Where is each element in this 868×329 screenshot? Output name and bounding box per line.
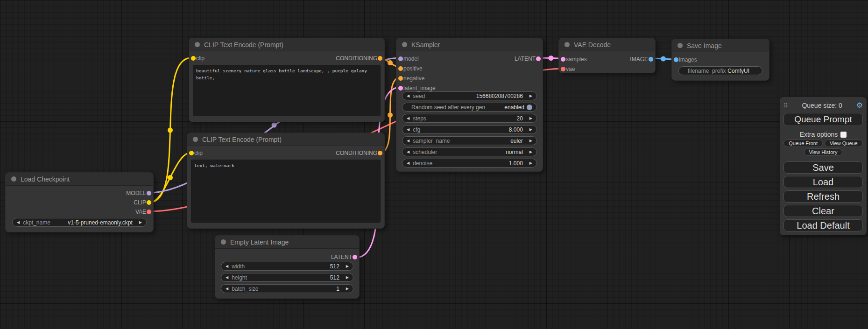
queue-front-button[interactable]: Queue Front [783, 140, 823, 147]
denoise-widget[interactable]: ◀ denoise 1.000 ▶ [402, 159, 537, 168]
load-button[interactable]: Load [783, 176, 863, 188]
decrement-arrow-icon[interactable]: ◀ [407, 139, 409, 143]
node-clip-text-encode-positive[interactable]: CLIP Text Encode (Prompt) clip CONDITION… [189, 38, 385, 122]
node-title-bar[interactable]: Save Image [672, 39, 769, 52]
increment-arrow-icon[interactable]: ▶ [139, 221, 142, 224]
image-input-slot-icon[interactable] [674, 57, 678, 62]
input-label: positive [403, 65, 423, 72]
clear-button[interactable]: Clear [783, 205, 863, 217]
decrement-arrow-icon[interactable]: ◀ [407, 117, 409, 120]
input-label: clip [194, 150, 203, 156]
latent-output-slot-icon[interactable] [536, 56, 541, 61]
node-title-bar[interactable]: VAE Decode [559, 38, 655, 51]
widget-value: enabled [504, 104, 524, 111]
vae-output-slot-icon[interactable] [147, 210, 151, 214]
decrement-arrow-icon[interactable]: ◀ [407, 128, 409, 132]
load-default-button[interactable]: Load Default [783, 219, 863, 231]
decrement-arrow-icon[interactable]: ◀ [407, 161, 409, 165]
widget-label: denoise [413, 160, 432, 167]
latent-input-slot-icon[interactable] [561, 57, 565, 62]
node-title: Load Checkpoint [21, 175, 70, 183]
model-output-slot-icon[interactable] [147, 191, 151, 196]
node-empty-latent-image[interactable]: Empty Latent Image LATENT ◀ width 512 ▶ … [215, 235, 360, 299]
clip-output-slot-icon[interactable] [147, 200, 151, 205]
seed-widget[interactable]: ◀ seed 156680208700286 ▶ [402, 91, 537, 100]
node-clip-text-encode-negative[interactable]: CLIP Text Encode (Prompt) clip CONDITION… [187, 133, 385, 229]
node-load-checkpoint[interactable]: Load Checkpoint MODEL CLIP VAE ◀ ckpt_na… [5, 172, 154, 232]
settings-gear-icon[interactable]: ⚙ [856, 102, 863, 109]
collapse-dot-icon[interactable] [195, 42, 200, 47]
conditioning-output-slot-icon[interactable] [378, 151, 382, 155]
widget-value: 512 [330, 263, 339, 270]
scheduler-widget[interactable]: ◀ scheduler normal ▶ [402, 147, 537, 156]
collapse-dot-icon[interactable] [193, 137, 198, 142]
save-button[interactable]: Save [783, 161, 863, 174]
node-save-image[interactable]: Save Image images filename_prefix ComfyU… [671, 39, 769, 81]
increment-arrow-icon[interactable]: ▶ [346, 276, 349, 280]
conditioning-output-slot-icon[interactable] [378, 56, 382, 61]
queue-prompt-button[interactable]: Queue Prompt [783, 113, 863, 126]
decrement-arrow-icon[interactable]: ◀ [226, 265, 228, 268]
ckpt-name-widget[interactable]: ◀ ckpt_name v1-5-pruned-emaonly.ckpt ▶ [12, 218, 147, 227]
node-title-bar[interactable]: Load Checkpoint [6, 173, 153, 186]
toggle-dot-icon[interactable] [527, 105, 532, 110]
node-vae-decode[interactable]: VAE Decode samples IMAGE vae [558, 38, 656, 73]
link-dot-icon [388, 60, 393, 65]
increment-arrow-icon[interactable]: ▶ [529, 139, 532, 143]
node-graph-canvas[interactable]: Load Checkpoint MODEL CLIP VAE ◀ ckpt_na… [0, 0, 868, 329]
vae-input-slot-icon[interactable] [561, 67, 565, 71]
random-seed-toggle[interactable]: Random seed after every gen enabled [402, 103, 537, 112]
decrement-arrow-icon[interactable]: ◀ [407, 150, 409, 154]
increment-arrow-icon[interactable]: ▶ [346, 287, 349, 291]
conditioning-input-slot-icon[interactable] [398, 66, 403, 71]
input-row-model: model LATENT [396, 54, 543, 63]
prompt-textarea[interactable]: text, watermark [191, 160, 381, 223]
filename-prefix-widget[interactable]: filename_prefix ComfyUI [678, 66, 762, 75]
width-widget[interactable]: ◀ width 512 ▶ [221, 262, 353, 271]
node-title-bar[interactable]: CLIP Text Encode (Prompt) [187, 133, 384, 146]
node-title-bar[interactable]: CLIP Text Encode (Prompt) [189, 38, 384, 51]
link-dot-icon [272, 123, 277, 128]
collapse-dot-icon[interactable] [565, 42, 570, 47]
increment-arrow-icon[interactable]: ▶ [529, 150, 532, 154]
steps-widget[interactable]: ◀ steps 20 ▶ [402, 114, 537, 123]
increment-arrow-icon[interactable]: ▶ [529, 117, 532, 120]
collapse-dot-icon[interactable] [402, 42, 407, 47]
decrement-arrow-icon[interactable]: ◀ [226, 276, 228, 280]
slot-row: clip CONDITIONING [187, 148, 384, 158]
increment-arrow-icon[interactable]: ▶ [346, 265, 349, 268]
collapse-dot-icon[interactable] [11, 176, 16, 182]
input-row-positive: positive [396, 63, 543, 73]
output-label: CLIP [134, 199, 146, 206]
prompt-textarea[interactable]: beautiful scenery nature glass bottle la… [193, 65, 381, 116]
height-widget[interactable]: ◀ height 512 ▶ [221, 273, 353, 282]
cfg-widget[interactable]: ◀ cfg 8.000 ▶ [402, 125, 537, 134]
decrement-arrow-icon[interactable]: ◀ [17, 221, 20, 224]
batch-size-widget[interactable]: ◀ batch_size 1 ▶ [221, 284, 353, 293]
collapse-dot-icon[interactable] [677, 43, 683, 48]
node-title-bar[interactable]: KSampler [396, 38, 543, 51]
clip-input-slot-icon[interactable] [189, 151, 194, 155]
view-history-button[interactable]: View History [804, 148, 843, 156]
decrement-arrow-icon[interactable]: ◀ [407, 94, 409, 98]
clip-input-slot-icon[interactable] [191, 56, 196, 61]
extra-options-checkbox[interactable] [840, 132, 847, 138]
output-row-clip: CLIP [6, 198, 153, 207]
image-output-slot-icon[interactable] [649, 57, 653, 62]
decrement-arrow-icon[interactable]: ◀ [226, 287, 228, 291]
view-queue-button[interactable]: View Queue [825, 140, 863, 147]
increment-arrow-icon[interactable]: ▶ [529, 161, 532, 165]
conditioning-input-slot-icon[interactable] [398, 76, 403, 81]
increment-arrow-icon[interactable]: ▶ [529, 128, 532, 132]
latent-output-slot-icon[interactable] [353, 255, 357, 259]
sampler-name-widget[interactable]: ◀ sampler_name euler ▶ [402, 136, 537, 145]
increment-arrow-icon[interactable]: ▶ [529, 94, 532, 98]
drag-handle-icon[interactable]: ⠿ [783, 102, 788, 109]
model-input-slot-icon[interactable] [398, 56, 403, 61]
collapse-dot-icon[interactable] [221, 239, 226, 245]
widget-label: cfg [413, 126, 420, 133]
node-ksampler[interactable]: KSampler model LATENT positive negative … [396, 38, 543, 172]
node-title-bar[interactable]: Empty Latent Image [215, 236, 359, 249]
latent-input-slot-icon[interactable] [398, 86, 403, 91]
refresh-button[interactable]: Refresh [783, 190, 863, 203]
